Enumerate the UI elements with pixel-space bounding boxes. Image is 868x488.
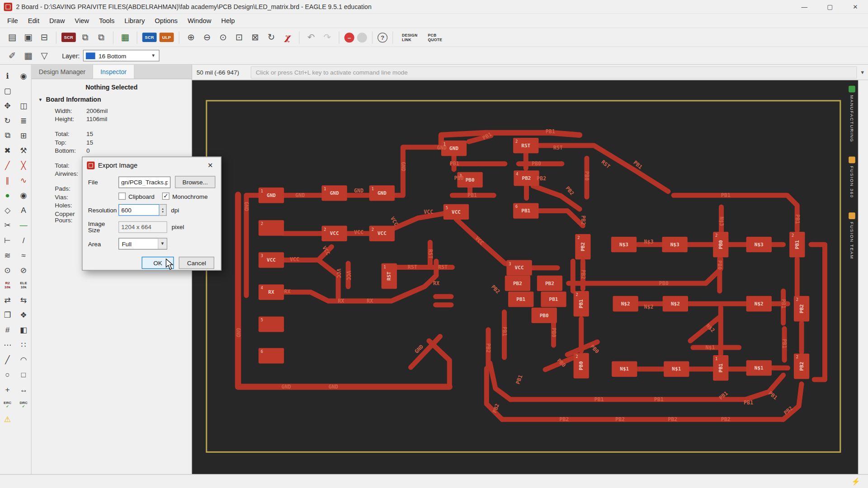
stop-icon[interactable]: – bbox=[344, 33, 354, 42]
design-link-button[interactable]: DESIGNLINK bbox=[398, 33, 421, 42]
display-options-icon[interactable]: ✐ bbox=[5, 49, 19, 62]
line-tool-icon[interactable]: ╱ bbox=[1, 353, 14, 366]
dimension-tool-icon[interactable]: + bbox=[1, 383, 14, 395]
measure-tool-icon[interactable]: ↔ bbox=[17, 383, 30, 395]
info-tool-icon[interactable]: ℹ bbox=[1, 69, 14, 82]
redo-icon[interactable]: ↷ bbox=[321, 31, 334, 44]
filter-icon[interactable]: ▽ bbox=[38, 49, 51, 62]
ratsnest-tool-icon[interactable]: ≋ bbox=[1, 249, 14, 261]
rail-tab-manufacturing[interactable]: MANUFACTURING bbox=[848, 86, 857, 142]
polygon-tool-icon[interactable]: ◇ bbox=[1, 204, 14, 216]
zoom-out-icon[interactable]: ⊖ bbox=[200, 31, 213, 44]
rect-tool-icon[interactable]: □ bbox=[17, 368, 30, 380]
clipboard-option[interactable]: Clipboard bbox=[118, 192, 155, 200]
copy-tool-icon[interactable]: ⧉ bbox=[1, 129, 14, 141]
save-icon[interactable]: ▣ bbox=[22, 31, 35, 44]
minimize-button[interactable]: — bbox=[792, 0, 817, 13]
tab-design-manager[interactable]: Design Manager bbox=[32, 65, 93, 79]
menu-help[interactable]: Help bbox=[216, 14, 240, 27]
replace-tool-icon[interactable]: ⇄ bbox=[1, 293, 14, 306]
undo-icon[interactable]: ↶ bbox=[304, 31, 317, 44]
zoom-redraw-icon[interactable]: ⊠ bbox=[249, 31, 262, 44]
open-icon[interactable]: ▤ bbox=[5, 31, 19, 44]
circle-tool-icon[interactable]: ○ bbox=[1, 368, 14, 380]
ok-button[interactable]: OK bbox=[142, 257, 174, 269]
menu-library[interactable]: Library bbox=[119, 14, 150, 27]
dialog-close-icon[interactable]: ✕ bbox=[204, 160, 217, 170]
tab-inspector[interactable]: Inspector bbox=[93, 65, 134, 79]
script-icon[interactable]: SCR bbox=[61, 33, 76, 42]
last-action-icon[interactable]: χ bbox=[281, 31, 294, 44]
menu-draw[interactable]: Draw bbox=[44, 14, 70, 27]
group-tool-icon[interactable]: ◧ bbox=[17, 323, 30, 336]
rail-tab-fusion-360[interactable]: FUSION 360 bbox=[848, 157, 857, 198]
change-tool-icon[interactable]: ⚒ bbox=[17, 144, 30, 156]
route-tool-icon[interactable]: ╱ bbox=[1, 159, 14, 171]
mirror-tool-icon[interactable]: ◫ bbox=[17, 99, 30, 112]
command-line-input[interactable]: Click or press Ctrl+L key to activate co… bbox=[251, 66, 857, 78]
monochrome-checkbox[interactable] bbox=[162, 192, 170, 200]
browse-button[interactable]: Browse... bbox=[175, 176, 215, 188]
sheet-icon[interactable]: ⧉ bbox=[79, 31, 92, 44]
mark-tool-icon[interactable]: ▢ bbox=[1, 84, 14, 97]
name-tool-icon[interactable]: ❖ bbox=[17, 308, 30, 321]
zoom-fit-icon[interactable]: ⊙ bbox=[217, 31, 230, 44]
menu-options[interactable]: Options bbox=[150, 14, 183, 27]
tag-tool-icon[interactable]: ⊢ bbox=[1, 234, 14, 246]
move-tool-icon[interactable]: ✥ bbox=[1, 99, 14, 112]
menu-window[interactable]: Window bbox=[183, 14, 216, 27]
erc-tool-icon[interactable]: ERC✓ bbox=[1, 398, 14, 410]
maximize-button[interactable]: ▢ bbox=[817, 0, 842, 13]
meander-tool-icon[interactable]: ∿ bbox=[17, 174, 30, 186]
lock-tool-icon[interactable]: # bbox=[1, 323, 14, 336]
pad-tool-icon[interactable]: ⊘ bbox=[17, 263, 30, 276]
clipboard-checkbox[interactable] bbox=[118, 192, 126, 200]
show-tool-icon[interactable]: ◉ bbox=[17, 69, 30, 82]
menu-file[interactable]: File bbox=[2, 14, 23, 27]
signal-tool-icon[interactable]: ≈ bbox=[17, 249, 30, 261]
menu-view[interactable]: View bbox=[70, 14, 94, 27]
smash-tool-icon[interactable]: ❐ bbox=[1, 308, 14, 321]
rail-tab-fusion-team[interactable]: FUSION TEAM bbox=[848, 212, 857, 259]
arc-tool-icon[interactable]: ◠ bbox=[17, 353, 30, 366]
file-input[interactable] bbox=[118, 176, 170, 188]
resolution-input[interactable] bbox=[118, 204, 160, 216]
board-icon[interactable]: ▦ bbox=[118, 31, 132, 44]
ulp-icon[interactable]: ULP bbox=[160, 33, 174, 42]
drill-tool-icon[interactable]: ⊙ bbox=[1, 263, 14, 276]
paste-tool-icon[interactable]: ⊞ bbox=[17, 129, 30, 141]
go-icon[interactable] bbox=[357, 33, 367, 42]
menu-tools[interactable]: Tools bbox=[94, 14, 119, 27]
hole-tool-icon[interactable]: ◉ bbox=[17, 189, 30, 202]
split-tool-icon[interactable]: ✂ bbox=[1, 219, 14, 231]
ripup-tool-icon[interactable]: ╳ bbox=[17, 159, 30, 171]
scr-edit-icon[interactable]: SCR bbox=[142, 33, 157, 42]
pcb-canvas[interactable]: GND1GND1GND12VCC2VCC2VCC3RX456GND1RST2PB… bbox=[192, 80, 858, 474]
align-tool-icon[interactable]: ≣ bbox=[17, 114, 30, 127]
slash-tool-icon[interactable]: / bbox=[17, 234, 30, 246]
errors-tool-icon[interactable]: ⚠ bbox=[1, 413, 14, 425]
dots-tool-icon[interactable]: ⋯ bbox=[1, 338, 14, 351]
via-tool-icon[interactable]: ● bbox=[1, 189, 14, 202]
monochrome-option[interactable]: Monochrome bbox=[162, 192, 208, 200]
grid-icon[interactable]: ▦ bbox=[22, 49, 35, 62]
array-tool-icon[interactable]: ∷ bbox=[17, 338, 30, 351]
resistor-tool-icon[interactable]: R210k bbox=[1, 278, 14, 291]
delete-tool-icon[interactable]: ✖ bbox=[1, 144, 14, 156]
refresh-icon[interactable]: ↻ bbox=[264, 31, 278, 44]
print-icon[interactable]: ⊟ bbox=[38, 31, 51, 44]
close-button[interactable]: ✕ bbox=[843, 0, 868, 13]
miter-tool-icon[interactable]: — bbox=[17, 219, 30, 231]
board-information-header[interactable]: ▼ Board Information bbox=[32, 93, 192, 106]
resolution-spinner[interactable]: ▲▼ bbox=[160, 204, 167, 216]
area-select[interactable]: Full ▼ bbox=[118, 238, 167, 250]
package-tool-icon[interactable]: ELE10k bbox=[17, 278, 30, 291]
chevron-down-icon[interactable]: ▼ bbox=[857, 70, 868, 75]
drc-tool-icon[interactable]: DRC✓ bbox=[17, 398, 30, 410]
cancel-button[interactable]: Cancel bbox=[179, 257, 214, 269]
help-icon[interactable]: ? bbox=[377, 33, 387, 42]
pinswap-tool-icon[interactable]: ⇆ bbox=[17, 293, 30, 306]
route-diff-tool-icon[interactable]: ∥ bbox=[1, 174, 14, 186]
rotate-tool-icon[interactable]: ↻ bbox=[1, 114, 14, 127]
pcb-quote-button[interactable]: PCBQUOTE bbox=[424, 33, 446, 42]
